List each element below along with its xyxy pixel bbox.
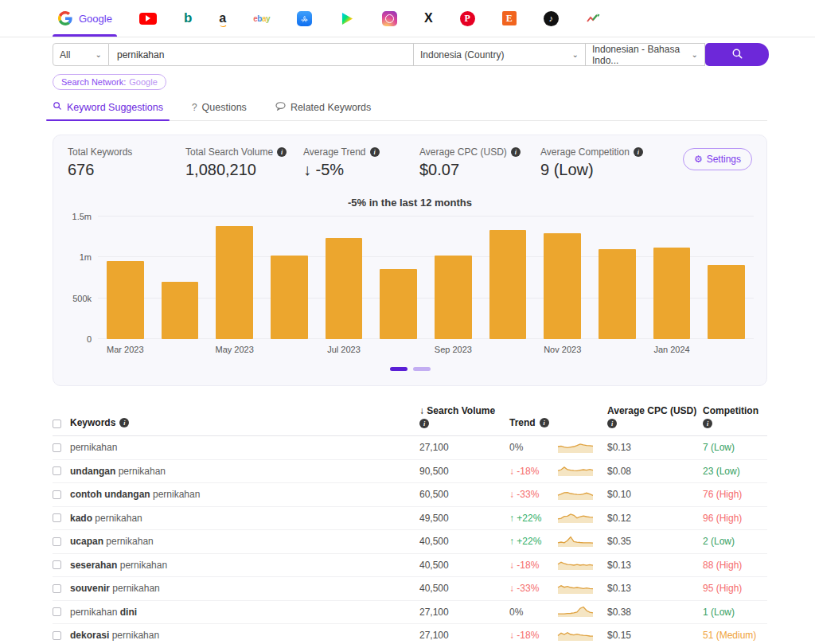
row-checkbox[interactable] xyxy=(53,466,61,475)
header-keywords[interactable]: Keywords xyxy=(70,417,115,428)
header-search-volume[interactable]: ↓ Search Volume xyxy=(419,405,509,416)
chart-bar-nov-2023[interactable] xyxy=(544,233,581,339)
x-axis-tick xyxy=(153,345,208,354)
info-icon[interactable]: i xyxy=(511,147,521,157)
keyword-cell[interactable]: pernikahan xyxy=(70,442,419,453)
chart-bar-jun-2023[interactable] xyxy=(271,256,308,339)
bing-icon: b xyxy=(184,10,192,26)
info-icon[interactable]: i xyxy=(370,147,380,157)
search-input[interactable] xyxy=(109,43,414,66)
tab-related-keywords[interactable]: Related Keywords xyxy=(275,102,371,120)
chart-bar-oct-2023[interactable] xyxy=(489,230,527,339)
language-select[interactable]: Indonesian - Bahasa Indo... ⌄ xyxy=(586,43,705,66)
trend-sparkline xyxy=(557,580,607,597)
competition-cell: 95 (High) xyxy=(703,583,767,594)
tab-questions[interactable]: ? Questions xyxy=(192,102,247,120)
keyword-cell[interactable]: kado pernikahan xyxy=(70,513,419,524)
table-row: dekorasi pernikahan27,100↓ -18%$0.1551 (… xyxy=(53,624,767,644)
platform-tab-tiktok[interactable]: ♪ xyxy=(544,0,559,37)
row-checkbox[interactable] xyxy=(53,560,61,569)
row-checkbox[interactable] xyxy=(53,584,61,593)
x-axis-tick: Jul 2023 xyxy=(317,345,372,354)
search-volume-cell: 27,100 xyxy=(419,442,509,453)
search-network-pill[interactable]: Search Network: Google xyxy=(53,74,166,90)
search-button[interactable] xyxy=(705,43,769,66)
keyword-cell[interactable]: contoh undangan pernikahan xyxy=(70,489,419,500)
trend-cell: 0% xyxy=(509,442,557,453)
row-checkbox[interactable] xyxy=(53,443,61,452)
platform-tab-bing[interactable]: b xyxy=(184,0,192,37)
info-icon[interactable]: i xyxy=(119,418,129,427)
info-icon[interactable]: i xyxy=(607,419,617,428)
chart-bar-apr-2023[interactable] xyxy=(162,282,199,339)
platform-tab-ebay[interactable]: ebay xyxy=(253,0,270,37)
header-competition[interactable]: Competition xyxy=(703,405,767,416)
platform-tab-instagram[interactable] xyxy=(382,0,397,37)
trend-sparkline xyxy=(557,603,607,620)
row-checkbox[interactable] xyxy=(53,513,61,522)
chart-bar-may-2023[interactable] xyxy=(216,226,253,339)
competition-cell: 7 (Low) xyxy=(703,442,767,453)
search-network-value: Google xyxy=(129,77,157,87)
country-select[interactable]: Indonesia (Country) ⌄ xyxy=(414,43,586,66)
chevron-down-icon: ⌄ xyxy=(96,50,102,59)
header-trend[interactable]: Trend xyxy=(509,417,536,428)
table-row: kado pernikahan49,500↑ +22%$0.1296 (High… xyxy=(53,507,767,531)
tab-keyword-suggestions[interactable]: Keyword Suggestions xyxy=(53,101,163,120)
platform-tab-youtube[interactable] xyxy=(139,0,157,37)
platform-tab-appstore[interactable] xyxy=(297,0,312,37)
row-checkbox[interactable] xyxy=(53,607,61,616)
chart-page-dot-1[interactable] xyxy=(390,367,408,371)
row-checkbox[interactable] xyxy=(53,631,61,640)
cpc-cell: $0.10 xyxy=(607,489,703,500)
keyword-cell[interactable]: seserahan pernikahan xyxy=(70,560,419,571)
table-row: pernikahan27,1000%$0.137 (Low) xyxy=(53,436,767,460)
chart-bar-dec-2023[interactable] xyxy=(599,249,636,339)
row-checkbox[interactable] xyxy=(53,537,61,546)
keyword-cell[interactable]: dekorasi pernikahan xyxy=(70,630,419,641)
tiktok-icon: ♪ xyxy=(544,11,559,26)
platform-tab-trends[interactable] xyxy=(586,0,602,37)
scope-select[interactable]: All ⌄ xyxy=(53,43,109,66)
competition-cell: 88 (High) xyxy=(703,560,767,571)
info-icon[interactable]: i xyxy=(703,419,712,428)
competition-cell: 51 (Medium) xyxy=(703,630,767,641)
platform-tab-googleplay[interactable] xyxy=(339,0,355,37)
platform-tab-google[interactable]: Google xyxy=(57,0,112,37)
platform-tab-etsy[interactable]: E xyxy=(502,0,517,37)
x-axis-tick: Jan 2024 xyxy=(645,345,700,354)
trend-cell: ↓ -18% xyxy=(509,630,557,641)
platform-tab-x-twitter[interactable]: X xyxy=(424,0,433,37)
chart-bar-feb-2024[interactable] xyxy=(708,265,745,339)
select-all-checkbox[interactable] xyxy=(53,420,61,428)
chart-bar-jul-2023[interactable] xyxy=(326,238,363,339)
settings-button[interactable]: ⚙ Settings xyxy=(683,148,752,170)
info-icon[interactable]: i xyxy=(419,419,429,428)
amazon-icon: a xyxy=(219,12,226,25)
language-select-value: Indonesian - Bahasa Indo... xyxy=(592,44,687,66)
search-volume-cell: 60,500 xyxy=(419,489,509,500)
keyword-cell[interactable]: ucapan pernikahan xyxy=(70,536,419,547)
keyword-cell[interactable]: pernikahan dini xyxy=(70,607,419,618)
info-icon[interactable]: i xyxy=(634,147,643,157)
pinterest-icon: P xyxy=(460,11,475,26)
chart-bar-aug-2023[interactable] xyxy=(380,269,417,339)
competition-cell: 1 (Low) xyxy=(703,607,767,618)
platform-tab-amazon[interactable]: a xyxy=(219,0,226,37)
info-icon[interactable]: i xyxy=(277,147,287,157)
cpc-cell: $0.13 xyxy=(607,560,703,571)
platform-tab-pinterest[interactable]: P xyxy=(460,0,475,37)
table-row: souvenir pernikahan40,500↓ -33%$0.1395 (… xyxy=(53,577,767,601)
chart-bar-mar-2023[interactable] xyxy=(107,261,144,339)
header-average-cpc[interactable]: Average CPC (USD) xyxy=(607,405,703,416)
row-checkbox[interactable] xyxy=(53,490,61,499)
keyword-cell[interactable]: souvenir pernikahan xyxy=(70,583,419,594)
keyword-cell[interactable]: undangan pernikahan xyxy=(70,466,419,477)
chart-bar-jan-2024[interactable] xyxy=(653,248,691,339)
chart-page-dot-2[interactable] xyxy=(413,367,431,371)
x-axis-tick: Nov 2023 xyxy=(535,345,590,354)
chart-bar-sep-2023[interactable] xyxy=(435,256,472,339)
y-axis-tick: 0 xyxy=(87,334,92,344)
info-icon[interactable]: i xyxy=(540,418,549,427)
trend-cell: 0% xyxy=(509,607,557,618)
